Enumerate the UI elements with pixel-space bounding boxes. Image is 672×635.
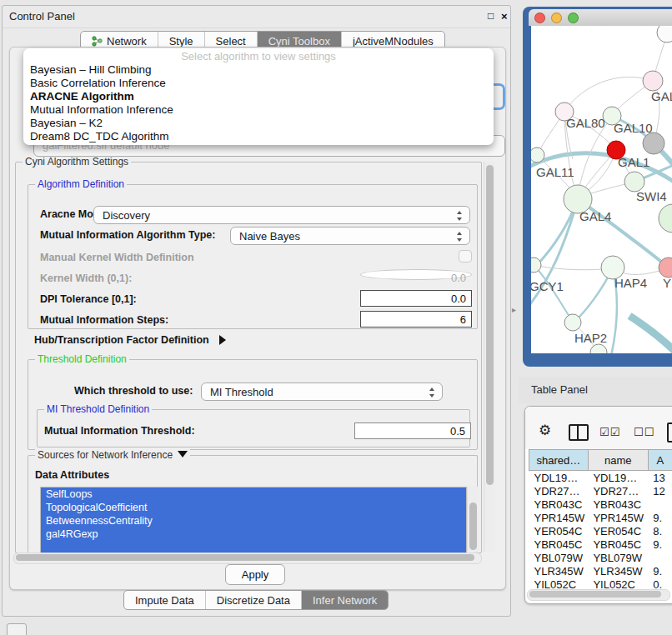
manual-kernel-checkbox[interactable] (459, 250, 472, 262)
hub-definition-label: Hub/Transcription Factor Definition (34, 334, 209, 346)
which-threshold-combobox[interactable]: MI Threshold (201, 382, 443, 401)
hub-definition-expander[interactable]: Hub/Transcription Factor Definition (34, 332, 226, 347)
close-icon[interactable]: × (501, 10, 508, 22)
tab-infer-network[interactable]: Infer Network (302, 591, 388, 609)
node-label: HAP2 (574, 331, 607, 345)
dpi-tolerance-field[interactable]: 0.0 (360, 290, 472, 307)
column-header-cut[interactable]: A (648, 450, 672, 471)
table-cell: 9. (648, 564, 672, 578)
table-horizontal-scrollbar[interactable] (527, 589, 670, 601)
float-window-icon[interactable]: □ (488, 10, 494, 22)
select-checkboxes-icon[interactable]: ☑☑ (599, 426, 620, 438)
algorithm-option[interactable]: ARACNE Algorithm (23, 90, 494, 103)
tab-impute-data[interactable]: Impute Data (124, 591, 206, 609)
mi-type-combobox[interactable]: Naive Bayes (230, 227, 470, 245)
aracne-mode-combobox[interactable]: Discovery (93, 206, 470, 224)
mi-steps-label: Mutual Information Steps: (40, 314, 168, 326)
which-threshold-value: MI Threshold (210, 386, 273, 398)
network-node[interactable] (531, 148, 544, 162)
network-node[interactable] (643, 132, 664, 154)
algorithm-option[interactable]: Dream8 DC_TDC Algorithm (23, 130, 494, 143)
mi-steps-field[interactable]: 6 (360, 311, 472, 328)
table-panel-title: Table Panel (531, 383, 588, 396)
tab-cyni-toolbox-label: Cyni Toolbox (268, 35, 330, 48)
threshold-definition-group: Threshold Definition Which threshold to … (28, 359, 478, 450)
attributes-scrollbar-thumb[interactable] (469, 502, 477, 550)
minimize-traffic-light-icon[interactable] (551, 12, 562, 23)
network-svg: GALGAL80GAL10GAL1GAL11SWI4GAL4HAP4YGCY1H… (531, 26, 672, 353)
node-label: HAP4 (614, 276, 647, 290)
network-node[interactable] (659, 204, 672, 232)
algorithm-definition-title: Algorithm Definition (35, 178, 127, 190)
attribute-item[interactable]: SelfLoops (41, 488, 466, 501)
table-cell: YBR045C (529, 538, 589, 551)
settings-vertical-scrollbar[interactable] (484, 162, 495, 552)
network-canvas[interactable]: GALGAL80GAL10GAL1GAL11SWI4GAL4HAP4YGCY1H… (531, 26, 672, 353)
table-row[interactable]: YLR345WYLR345W9. (529, 564, 672, 578)
sources-group: Sources for Network Inference Data Attri… (28, 455, 478, 552)
control-panel-titlebar: Control Panel □ × (3, 6, 510, 28)
network-node[interactable] (643, 71, 663, 91)
table-row[interactable]: YBL079WYBL079W (529, 551, 672, 564)
attribute-item[interactable]: gal4RGexp (41, 528, 466, 541)
table-row[interactable]: YBR043CYBR043C (529, 498, 672, 511)
mi-type-label: Mutual Information Algorithm Type: (40, 229, 215, 241)
table-horizontal-scrollbar-thumb[interactable] (529, 591, 661, 598)
table-row[interactable]: YDL19…YDL19…13 (529, 471, 672, 485)
algorithm-option[interactable]: Bayesian – K2 (23, 117, 494, 130)
algorithm-option[interactable]: Bayesian – Hill Climbing (23, 63, 494, 77)
cyni-algorithm-settings-group: Cyni Algorithm Settings Algorithm Defini… (15, 162, 482, 553)
cyni-toolbox-panel: galFiltered.sif default node Select algo… (9, 47, 506, 590)
table-panel-card: ⚙ ☑☑ ☐☐ shared… name A YDL19…YDL19…13YDR… (524, 406, 672, 604)
attribute-item[interactable]: TopologicalCoefficient (41, 501, 466, 514)
table-row[interactable]: YDR27…YDR27…12 (529, 484, 672, 498)
table-row[interactable]: YER054CYER054C8. (529, 524, 672, 538)
table-row[interactable]: YPR145WYPR145W9. (529, 511, 672, 524)
table-cell: YER054C (588, 524, 648, 538)
close-traffic-light-icon[interactable] (534, 12, 545, 23)
table-cell: YDR27… (529, 484, 589, 498)
network-node[interactable] (531, 258, 541, 272)
node-label: GAL4 (579, 209, 611, 223)
apply-button[interactable]: Apply (225, 564, 285, 585)
tab-impute-data-label: Impute Data (135, 594, 194, 607)
control-panel-window: Control Panel □ × Network Style Select C… (2, 5, 511, 617)
algorithm-option[interactable]: Mutual Information Inference (23, 103, 494, 117)
column-header-name[interactable]: name (588, 450, 648, 471)
bottom-left-mini-button[interactable] (7, 623, 27, 635)
gear-icon[interactable]: ⚙ (539, 422, 551, 439)
table-cell: YLR345W (529, 564, 589, 578)
attribute-item[interactable]: BetweennessCentrality (41, 514, 466, 528)
collapse-arrow-icon (178, 451, 188, 458)
table-row[interactable]: YBR045CYBR045C9. (529, 538, 672, 551)
network-view-window: GALGAL80GAL10GAL1GAL11SWI4GAL4HAP4YGCY1H… (523, 7, 672, 367)
network-node[interactable] (564, 314, 581, 331)
kernel-width-label: Kernel Width (0,1): (40, 272, 132, 284)
mi-threshold-field[interactable]: 0.5 (354, 422, 471, 439)
mi-threshold-group: MI Threshold Definition Mutual Informati… (37, 409, 470, 448)
settings-horizontal-scrollbar[interactable] (13, 552, 482, 564)
zoom-traffic-light-icon[interactable] (568, 12, 579, 23)
table-cell: YBL079W (529, 551, 589, 564)
splitter-handle[interactable]: ▸ (512, 305, 516, 314)
network-node[interactable] (590, 344, 607, 353)
algorithm-dropdown: Select algorithm to view settings Bayesi… (23, 48, 494, 145)
settings-horizontal-scrollbar-thumb[interactable] (16, 554, 474, 561)
algorithm-option[interactable]: Basic Correlation Inference (23, 77, 494, 90)
data-attributes-list[interactable]: SelfLoopsTopologicalCoefficientBetweenne… (40, 487, 467, 553)
kernel-width-field[interactable]: 0.0 (360, 269, 472, 280)
data-attributes-label: Data Attributes (35, 469, 109, 481)
node-label: GAL80 (566, 116, 605, 130)
attributes-scrollbar[interactable] (467, 487, 478, 552)
split-panel-icon[interactable] (569, 424, 589, 441)
column-header-shared-name[interactable]: shared… (529, 450, 589, 471)
page-icon[interactable] (667, 422, 672, 442)
tab-discretize-data[interactable]: Discretize Data (206, 591, 302, 609)
network-icon (92, 36, 103, 47)
sources-group-title: Sources for Network Inference (35, 449, 190, 461)
deselect-checkboxes-icon[interactable]: ☐☐ (634, 426, 654, 438)
node-label: GCY1 (531, 279, 564, 293)
settings-vertical-scrollbar-thumb[interactable] (486, 165, 494, 485)
network-node[interactable] (657, 26, 672, 42)
node-label: SWI4 (636, 189, 667, 203)
